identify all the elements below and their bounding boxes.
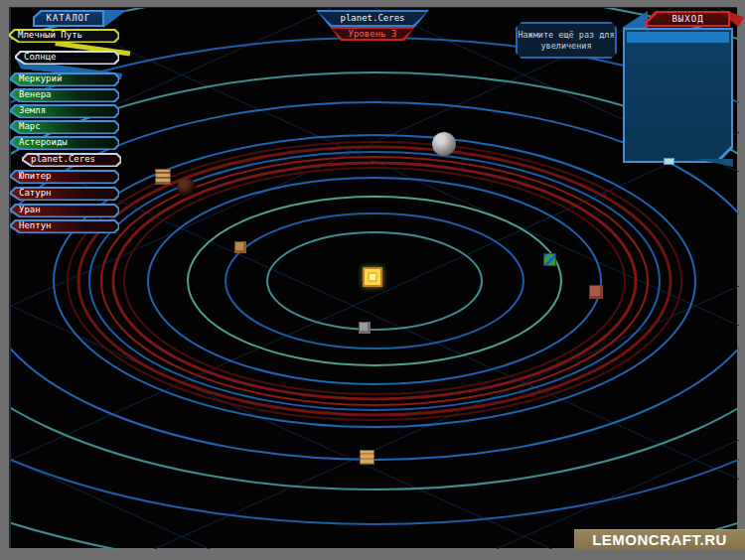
selected-body-banner: planet.Ceres: [316, 10, 429, 27]
catalog-item-saturn[interactable]: Сатурн: [10, 187, 119, 201]
sun-body[interactable]: [363, 267, 382, 287]
catalog-item-uranus[interactable]: Уран: [10, 204, 119, 217]
zoom-preview-topbar: [627, 32, 729, 43]
mercury-body[interactable]: [359, 322, 371, 334]
catalog-item-milky-way[interactable]: Млечный Путь: [9, 29, 119, 43]
exit-button[interactable]: ВЫХОД: [646, 11, 730, 27]
zoom-preview-panel: [623, 28, 733, 163]
catalog-item-neptune[interactable]: Нептун: [10, 219, 119, 233]
catalog-item-jupiter[interactable]: Юпитер: [10, 170, 119, 184]
zoom-preview-handle[interactable]: [664, 158, 674, 165]
mars-body[interactable]: [589, 285, 603, 299]
ceres-sphere-body[interactable]: [432, 132, 456, 156]
catalog-item-venus[interactable]: Венера: [10, 88, 119, 102]
catalog-header-label: КАТАЛОГ: [33, 10, 104, 27]
asteroid-sphere-body[interactable]: [177, 178, 196, 197]
catalog-item-mercury[interactable]: Меркурий: [10, 72, 119, 86]
tier-banner: Уровень 3: [330, 27, 415, 41]
catalog-item-asteroids[interactable]: Астероиды: [10, 136, 119, 150]
jupiter-body[interactable]: [155, 169, 171, 185]
zoom-hint-tooltip: Нажмите ещё раз для увеличения: [516, 22, 617, 59]
venus-body[interactable]: [234, 241, 246, 253]
exit-button-label: ВЫХОД: [646, 11, 730, 27]
window-frame: КАТАЛОГ Млечный Путь Солнце Меркурий Вен…: [0, 0, 745, 560]
tooltip-line-2: увеличения: [518, 41, 615, 52]
catalog-item-mars[interactable]: Марс: [10, 120, 119, 134]
saturn-body[interactable]: [360, 450, 374, 465]
grid-line: [11, 143, 739, 489]
catalog-item-ceres[interactable]: planet.Ceres: [22, 153, 121, 167]
catalog-item-earth[interactable]: Земля: [10, 104, 119, 118]
catalog-item-sun[interactable]: Солнце: [15, 51, 119, 65]
tooltip-line-1: Нажмите ещё раз для: [518, 30, 615, 41]
tier-label: Уровень 3: [330, 27, 415, 41]
earth-body[interactable]: [543, 253, 556, 266]
selected-body-name: planet.Ceres: [316, 10, 429, 27]
grid-line: [11, 277, 739, 549]
catalog-header: КАТАЛОГ: [33, 10, 104, 27]
watermark-banner: LEMONCRAFT.RU: [574, 529, 745, 550]
